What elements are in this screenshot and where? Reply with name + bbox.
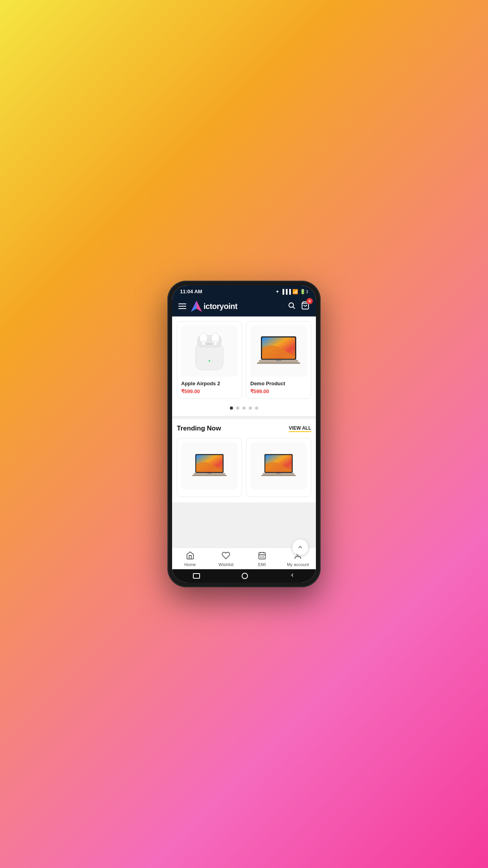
nav-wishlist[interactable]: Wishlist — [208, 551, 244, 567]
svg-rect-9 — [202, 341, 205, 345]
hamburger-button[interactable] — [178, 303, 186, 309]
trending-macbook-2-svg — [261, 452, 296, 479]
trending-section: Trending Now VIEW ALL — [172, 419, 316, 502]
airpods-price: ₹599.00 — [181, 388, 238, 394]
dot-3[interactable] — [242, 406, 246, 410]
hamburger-line-3 — [178, 308, 186, 309]
dot-4[interactable] — [249, 406, 252, 410]
wishlist-label: Wishlist — [218, 562, 233, 567]
dot-1[interactable] — [230, 406, 233, 410]
wifi-icon: 📶 — [292, 289, 298, 294]
signal-icon: ▐▐▐ — [281, 289, 291, 294]
logo-container: ictoryoint — [191, 301, 237, 312]
svg-rect-30 — [276, 473, 281, 474]
airpods-name: Apple Airpods 2 — [181, 381, 238, 386]
view-all-button[interactable]: VIEW ALL — [289, 425, 311, 432]
header-right: 0 — [288, 301, 310, 311]
phone-frame: 11:04 AM ✦ ▐▐▐ 📶 🔋3 — [167, 281, 321, 587]
cart-badge: 0 — [306, 298, 313, 304]
home-icon — [186, 551, 194, 561]
nav-emi[interactable]: EMI — [244, 551, 280, 567]
emi-icon — [258, 551, 266, 561]
airpods-svg — [190, 329, 229, 373]
app-header: ictoryoint 0 — [172, 297, 316, 316]
trending-card-2[interactable] — [246, 438, 311, 497]
main-content: Apple Airpods 2 ₹599.00 — [172, 316, 316, 548]
product-cards-row: Apple Airpods 2 ₹599.00 — [177, 321, 311, 399]
svg-rect-11 — [214, 341, 217, 345]
featured-products-section: Apple Airpods 2 ₹599.00 — [172, 316, 316, 416]
nav-home[interactable]: Home — [172, 551, 208, 567]
carousel-dots — [177, 404, 311, 411]
status-bar: 11:04 AM ✦ ▐▐▐ 📶 🔋3 — [172, 285, 316, 297]
svg-line-4 — [293, 307, 295, 309]
status-icons: ✦ ▐▐▐ 📶 🔋3 — [275, 289, 308, 294]
account-label: My account — [287, 562, 309, 567]
svg-marker-2 — [196, 301, 202, 312]
svg-point-3 — [289, 303, 294, 307]
svg-point-13 — [209, 360, 210, 362]
android-nav-bar — [172, 569, 316, 583]
hamburger-line-2 — [178, 306, 186, 307]
trending-image-2 — [250, 442, 307, 489]
dot-2[interactable] — [236, 406, 239, 410]
trending-macbook-1-svg — [192, 452, 227, 479]
trending-card-1[interactable] — [177, 438, 242, 497]
svg-rect-14 — [206, 343, 213, 345]
svg-rect-29 — [261, 475, 296, 476]
android-home-button[interactable] — [242, 573, 248, 579]
macbook-name: Demo Product — [250, 381, 307, 386]
header-left: ictoryoint — [178, 301, 237, 312]
svg-rect-19 — [257, 362, 300, 364]
trending-image-1 — [181, 442, 238, 489]
trending-header: Trending Now VIEW ALL — [177, 425, 311, 432]
hamburger-line-1 — [178, 303, 186, 304]
product-card-macbook[interactable]: Demo Product ₹599.00 — [246, 321, 311, 399]
android-back-button[interactable] — [290, 572, 295, 579]
svg-rect-25 — [207, 473, 211, 474]
airpods-image — [181, 326, 238, 377]
battery-icon: 🔋3 — [300, 289, 308, 294]
macbook-image — [250, 326, 307, 377]
svg-rect-20 — [276, 360, 281, 361]
trending-title: Trending Now — [177, 425, 221, 432]
home-label: Home — [184, 562, 196, 567]
dot-5[interactable] — [255, 406, 258, 410]
wishlist-icon — [222, 551, 230, 561]
logo-icon — [191, 301, 202, 312]
scroll-top-button[interactable] — [292, 539, 308, 555]
logo-text: ictoryoint — [204, 302, 237, 311]
phone-screen: 11:04 AM ✦ ▐▐▐ 📶 🔋3 — [172, 285, 316, 583]
macbook-svg — [257, 333, 300, 369]
status-time: 11:04 AM — [180, 289, 202, 294]
emi-label: EMI — [258, 562, 266, 567]
macbook-price: ₹599.00 — [250, 388, 307, 394]
svg-rect-24 — [192, 475, 227, 476]
search-button[interactable] — [288, 302, 295, 311]
cart-button[interactable]: 0 — [301, 301, 310, 311]
trending-cards-row — [177, 438, 311, 497]
bluetooth-icon: ✦ — [275, 289, 279, 294]
android-recent-button[interactable] — [193, 573, 200, 579]
product-card-airpods[interactable]: Apple Airpods 2 ₹599.00 — [177, 321, 242, 399]
